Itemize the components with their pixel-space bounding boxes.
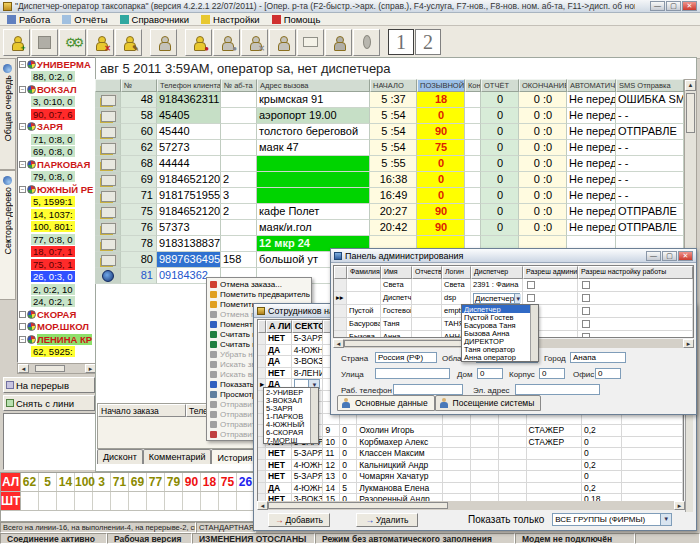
staff-cell[interactable] [443, 414, 471, 425]
cell-addr[interactable]: толстого береговой [257, 124, 370, 140]
cell-ab[interactable]: 2 [221, 172, 257, 188]
tree-expand-icon[interactable] [19, 311, 26, 318]
tree-row[interactable]: 90, 0:7, 6 [18, 108, 96, 121]
country-field[interactable]: Россия (РФ) [375, 352, 437, 363]
column-header[interactable]: SMS Отправка [616, 79, 684, 92]
cell-end[interactable]: 0 :0 [519, 108, 567, 124]
admin-minimize-button[interactable]: — [646, 251, 661, 261]
cancel-doc-button[interactable]: ✕ [241, 29, 268, 56]
staff-row[interactable]: НЕТ5-ЗАРЯ130Чомарян Хачатур0 [258, 471, 683, 483]
staff-cell[interactable] [443, 471, 471, 482]
staff-column-header[interactable] [258, 320, 266, 333]
cell-sign[interactable]: 90 [417, 220, 465, 236]
cell-num[interactable]: 71 [121, 188, 157, 204]
staff-cell[interactable]: 13 [323, 471, 340, 482]
staff-cell[interactable]: 0 [582, 437, 622, 448]
copy-order-button[interactable]: ✎ [115, 29, 142, 56]
admin-cell[interactable] [347, 292, 381, 304]
staff-cell[interactable]: 0 [340, 425, 357, 436]
cell-addr[interactable]: маяк/и.гол [257, 220, 370, 236]
staff-cell[interactable] [357, 414, 443, 425]
cell-num[interactable]: 81 [121, 268, 157, 284]
staff-cell[interactable]: 0 [340, 448, 357, 459]
staff-cell[interactable] [258, 368, 266, 379]
cell-ab[interactable]: 3 [221, 188, 257, 204]
dispatcher-dropdown-item[interactable]: Таня оператор [462, 345, 538, 353]
staff-cell[interactable] [258, 483, 266, 494]
admin-maximize-button[interactable]: ▢ [662, 251, 677, 261]
staff-cell[interactable]: 0 [582, 448, 622, 459]
staff-cell[interactable] [471, 414, 499, 425]
car-number[interactable]: 75 [219, 473, 237, 491]
cell-phone[interactable]: 9897636495 [157, 252, 221, 268]
cell-num[interactable]: 69 [121, 172, 157, 188]
admin-column-header[interactable]: Имя [381, 266, 412, 279]
admin-column-header[interactable]: Разреш настройку работы [578, 266, 693, 279]
staff-cell[interactable]: 0 [340, 460, 357, 471]
staff-cell[interactable]: Охолин Игорь [357, 425, 443, 436]
cell-kon[interactable] [465, 172, 481, 188]
cell-sms[interactable]: ОТПРАВЛЕ [616, 124, 684, 140]
car-number[interactable]: 62 [21, 473, 39, 491]
menu-work[interactable]: Работа [2, 13, 55, 25]
tree-row[interactable]: 3, 0:10, 0 [18, 96, 96, 109]
cell-end[interactable]: 0 :0 [519, 204, 567, 220]
table-row[interactable]: 5845405аэропорт 19.005 :54000 :0Не перед… [95, 108, 684, 124]
car-number[interactable]: 18 [201, 473, 219, 491]
car-number[interactable]: 71 [111, 473, 129, 491]
cell-sms[interactable]: - - [616, 108, 684, 124]
tree-row[interactable]: −ЛЕНИНА КР [18, 333, 96, 346]
tree-row[interactable]: 5, 1599:1 [18, 196, 96, 209]
cell-auto[interactable]: Не перед [567, 220, 616, 236]
page-button-2[interactable]: 2 [415, 29, 441, 55]
staff-cell[interactable] [527, 448, 582, 459]
tree-row[interactable]: 14, 1037: [18, 208, 96, 221]
car-queue-item[interactable]: 69, 0:8, 0 [31, 146, 75, 157]
tab-sectors-tree[interactable]: Сектора-дерево [0, 170, 16, 300]
staff-cell[interactable]: 0,2 [582, 425, 622, 436]
staff-hscrollbar[interactable]: ◄► [257, 501, 685, 510]
bag-button[interactable] [269, 29, 296, 56]
staff-cell[interactable] [258, 471, 266, 482]
car-queue-item[interactable]: 88, 0:2, 0 [31, 71, 75, 82]
staff-cell[interactable] [499, 471, 527, 482]
menu-settings[interactable]: Настройки [196, 13, 265, 25]
column-header[interactable]: № аб-та [221, 79, 257, 92]
staff-cell[interactable] [443, 483, 471, 494]
admin-cell[interactable]: Бызова [347, 331, 381, 338]
cell-sign[interactable]: 90 [417, 204, 465, 220]
tree-row[interactable]: −ВОКЗАЛ [18, 83, 96, 96]
checkbox[interactable] [582, 320, 590, 328]
cell-phone[interactable]: 9181751955 [157, 188, 221, 204]
oval-button[interactable] [353, 29, 380, 56]
edit-order-button[interactable]: ✕ [87, 29, 114, 56]
cell-rep[interactable]: 0 [481, 92, 519, 108]
car-queue-item[interactable]: 14, 1037: [31, 209, 75, 220]
staff-cell[interactable] [499, 460, 527, 471]
cell-phone[interactable]: 45405 [157, 108, 221, 124]
admin-row-selector[interactable]: ▸▸ [334, 292, 347, 304]
column-header[interactable]: ОТЧЁТ [481, 79, 519, 92]
staff-cell[interactable]: 0 [340, 437, 357, 448]
staff-cell[interactable]: 12 [323, 460, 340, 471]
car-queue-item[interactable]: 18, 0:7, 1 [31, 246, 75, 257]
cell-sign[interactable]: 0 [417, 172, 465, 188]
staff-cell[interactable]: 3-ВОКЗАЛ [292, 356, 324, 367]
cell-end[interactable]: 0 :0 [519, 172, 567, 188]
staff-cell[interactable] [471, 425, 499, 436]
group-filter-select[interactable]: ВСЕ ГРУППЫ (ФИРМЫ) ▼ [552, 513, 672, 526]
staff-cell[interactable] [622, 437, 683, 448]
house-field[interactable]: 0 [477, 368, 503, 379]
admin-cell[interactable]: Таня [381, 318, 412, 330]
staff-cell[interactable]: НЕТ [266, 333, 292, 344]
staff-cell[interactable]: 0 [340, 471, 357, 482]
cell-end[interactable]: 0 :0 [519, 156, 567, 172]
staff-cell[interactable]: Кальницкий Андр [357, 460, 443, 471]
car-number[interactable]: 77 [147, 473, 165, 491]
tree-row[interactable]: 88, 0:2, 0 [18, 71, 96, 84]
staff-row[interactable]: ДА4-ЮЖНЫЙ Р145Лукманова Елена0,2 [258, 483, 683, 495]
car-queue-item[interactable]: 77, 0:8, 0 [31, 234, 75, 245]
cell-rep[interactable]: 0 [481, 204, 519, 220]
admin-column-header[interactable]: Логин [442, 266, 471, 279]
staff-cell[interactable] [258, 333, 266, 344]
